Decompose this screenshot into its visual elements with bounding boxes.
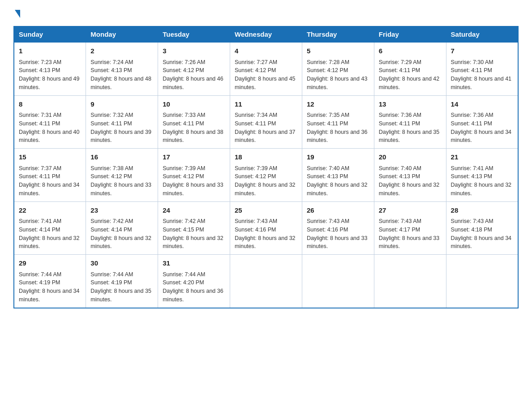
calendar-cell: 27 Sunrise: 7:43 AM Sunset: 4:17 PM Dayl… [374, 201, 446, 255]
day-sunset: Sunset: 4:11 PM [379, 120, 420, 127]
day-daylight: Daylight: 8 hours and 36 minutes. [307, 129, 368, 144]
calendar-cell: 20 Sunrise: 7:40 AM Sunset: 4:13 PM Dayl… [374, 149, 446, 202]
calendar-cell: 6 Sunrise: 7:29 AM Sunset: 4:11 PM Dayli… [374, 42, 446, 95]
day-sunrise: Sunrise: 7:36 AM [451, 112, 493, 118]
day-number: 4 [235, 46, 297, 56]
day-sunrise: Sunrise: 7:40 AM [307, 165, 349, 171]
day-sunset: Sunset: 4:13 PM [379, 173, 420, 180]
day-daylight: Daylight: 8 hours and 34 minutes. [451, 235, 512, 250]
day-daylight: Daylight: 8 hours and 38 minutes. [163, 129, 223, 144]
day-daylight: Daylight: 8 hours and 41 minutes. [451, 76, 512, 90]
day-daylight: Daylight: 8 hours and 32 minutes. [235, 182, 296, 197]
day-number: 28 [451, 206, 513, 216]
day-sunset: Sunset: 4:16 PM [235, 227, 276, 233]
calendar-cell: 24 Sunrise: 7:42 AM Sunset: 4:15 PM Dayl… [158, 201, 230, 255]
calendar-cell: 21 Sunrise: 7:41 AM Sunset: 4:13 PM Dayl… [446, 149, 518, 202]
day-number: 13 [379, 99, 442, 110]
day-number: 31 [163, 258, 225, 269]
calendar-cell: 11 Sunrise: 7:34 AM Sunset: 4:11 PM Dayl… [230, 95, 302, 149]
calendar-week-row: 8 Sunrise: 7:31 AM Sunset: 4:11 PM Dayli… [14, 95, 518, 149]
day-daylight: Daylight: 8 hours and 40 minutes. [19, 129, 80, 144]
col-header-friday: Friday [374, 26, 446, 42]
day-sunrise: Sunrise: 7:38 AM [90, 165, 133, 171]
day-daylight: Daylight: 8 hours and 42 minutes. [379, 76, 440, 90]
day-sunrise: Sunrise: 7:28 AM [307, 59, 349, 65]
day-number: 9 [90, 99, 153, 110]
day-sunrise: Sunrise: 7:41 AM [451, 165, 493, 171]
day-number: 18 [235, 152, 297, 163]
day-number: 10 [163, 99, 225, 110]
day-daylight: Daylight: 8 hours and 46 minutes. [163, 76, 223, 90]
calendar-cell: 10 Sunrise: 7:33 AM Sunset: 4:11 PM Dayl… [158, 95, 230, 149]
day-daylight: Daylight: 8 hours and 32 minutes. [307, 182, 368, 197]
day-sunrise: Sunrise: 7:26 AM [163, 59, 205, 65]
day-daylight: Daylight: 8 hours and 39 minutes. [90, 129, 151, 144]
day-number: 1 [19, 46, 81, 56]
day-daylight: Daylight: 8 hours and 33 minutes. [379, 235, 440, 250]
day-sunrise: Sunrise: 7:34 AM [235, 112, 277, 118]
day-number: 23 [90, 206, 153, 216]
calendar-cell [302, 255, 374, 308]
day-sunset: Sunset: 4:20 PM [163, 279, 204, 286]
calendar-cell: 26 Sunrise: 7:43 AM Sunset: 4:16 PM Dayl… [302, 201, 374, 255]
day-sunset: Sunset: 4:12 PM [163, 67, 204, 73]
logo-arrow-icon [15, 10, 20, 18]
day-sunset: Sunset: 4:14 PM [19, 227, 60, 233]
day-daylight: Daylight: 8 hours and 32 minutes. [90, 235, 151, 250]
calendar-cell: 4 Sunrise: 7:27 AM Sunset: 4:12 PM Dayli… [230, 42, 302, 95]
day-daylight: Daylight: 8 hours and 34 minutes. [19, 182, 80, 197]
day-daylight: Daylight: 8 hours and 37 minutes. [235, 129, 296, 144]
calendar-week-row: 1 Sunrise: 7:23 AM Sunset: 4:13 PM Dayli… [14, 42, 518, 95]
day-sunset: Sunset: 4:12 PM [235, 173, 276, 180]
calendar-cell: 29 Sunrise: 7:44 AM Sunset: 4:19 PM Dayl… [14, 255, 86, 308]
day-number: 22 [19, 206, 81, 216]
day-sunset: Sunset: 4:12 PM [235, 67, 276, 73]
day-sunrise: Sunrise: 7:39 AM [235, 165, 277, 171]
day-sunrise: Sunrise: 7:33 AM [163, 112, 205, 118]
day-number: 16 [90, 152, 153, 163]
day-sunset: Sunset: 4:11 PM [307, 120, 348, 127]
day-number: 14 [451, 99, 513, 110]
day-number: 8 [19, 99, 81, 110]
day-daylight: Daylight: 8 hours and 32 minutes. [19, 235, 80, 250]
calendar-cell: 13 Sunrise: 7:36 AM Sunset: 4:11 PM Dayl… [374, 95, 446, 149]
day-number: 5 [307, 46, 369, 56]
day-sunset: Sunset: 4:19 PM [90, 279, 132, 286]
day-sunrise: Sunrise: 7:24 AM [90, 59, 133, 65]
calendar-cell [446, 255, 518, 308]
day-daylight: Daylight: 8 hours and 35 minutes. [90, 288, 151, 303]
col-header-tuesday: Tuesday [158, 26, 230, 42]
day-number: 29 [19, 258, 81, 269]
day-daylight: Daylight: 8 hours and 34 minutes. [19, 288, 80, 303]
calendar-cell: 17 Sunrise: 7:39 AM Sunset: 4:12 PM Dayl… [158, 149, 230, 202]
day-sunrise: Sunrise: 7:44 AM [19, 271, 61, 278]
day-sunset: Sunset: 4:14 PM [90, 227, 132, 233]
calendar-table: SundayMondayTuesdayWednesdayThursdayFrid… [13, 26, 519, 308]
calendar-cell: 7 Sunrise: 7:30 AM Sunset: 4:11 PM Dayli… [446, 42, 518, 95]
day-sunset: Sunset: 4:11 PM [451, 67, 492, 73]
day-daylight: Daylight: 8 hours and 45 minutes. [235, 76, 296, 90]
day-sunset: Sunset: 4:16 PM [307, 227, 348, 233]
page-header [13, 9, 519, 18]
calendar-cell: 3 Sunrise: 7:26 AM Sunset: 4:12 PM Dayli… [158, 42, 230, 95]
day-sunrise: Sunrise: 7:29 AM [379, 59, 421, 65]
calendar-cell: 18 Sunrise: 7:39 AM Sunset: 4:12 PM Dayl… [230, 149, 302, 202]
day-sunrise: Sunrise: 7:37 AM [19, 165, 61, 171]
calendar-cell: 19 Sunrise: 7:40 AM Sunset: 4:13 PM Dayl… [302, 149, 374, 202]
day-daylight: Daylight: 8 hours and 32 minutes. [163, 235, 223, 250]
calendar-cell: 30 Sunrise: 7:44 AM Sunset: 4:19 PM Dayl… [86, 255, 158, 308]
day-number: 19 [307, 152, 369, 163]
calendar-cell: 9 Sunrise: 7:32 AM Sunset: 4:11 PM Dayli… [86, 95, 158, 149]
day-sunset: Sunset: 4:11 PM [19, 173, 60, 180]
col-header-sunday: Sunday [14, 26, 86, 42]
day-sunset: Sunset: 4:11 PM [19, 120, 60, 127]
day-sunrise: Sunrise: 7:42 AM [163, 218, 205, 224]
calendar-cell [230, 255, 302, 308]
day-sunset: Sunset: 4:12 PM [90, 173, 132, 180]
day-sunset: Sunset: 4:13 PM [19, 67, 60, 73]
day-daylight: Daylight: 8 hours and 33 minutes. [90, 182, 151, 197]
day-number: 12 [307, 99, 369, 110]
day-daylight: Daylight: 8 hours and 32 minutes. [451, 182, 512, 197]
day-daylight: Daylight: 8 hours and 48 minutes. [90, 76, 151, 90]
day-number: 17 [163, 152, 225, 163]
